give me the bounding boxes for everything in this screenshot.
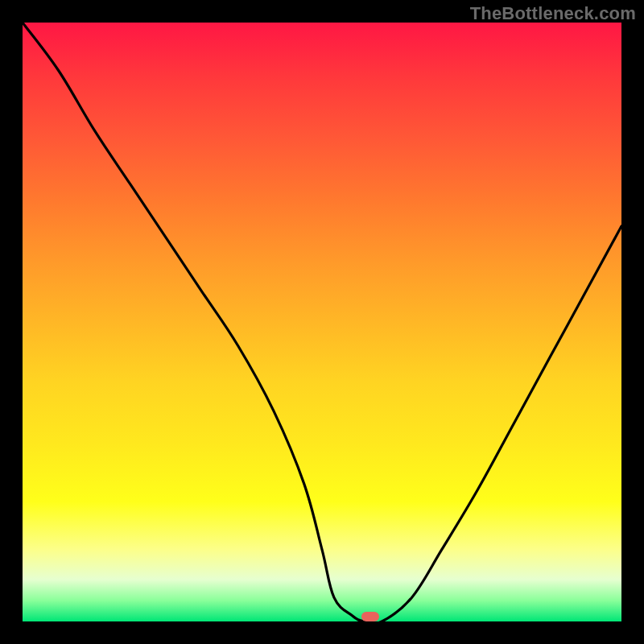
watermark-text: TheBottleneck.com — [470, 3, 636, 24]
bottleneck-curve — [23, 23, 621, 621]
chart-frame: TheBottleneck.com — [0, 0, 644, 644]
plot-area — [23, 23, 621, 621]
curve-path — [23, 23, 621, 621]
optimal-marker — [361, 612, 379, 621]
